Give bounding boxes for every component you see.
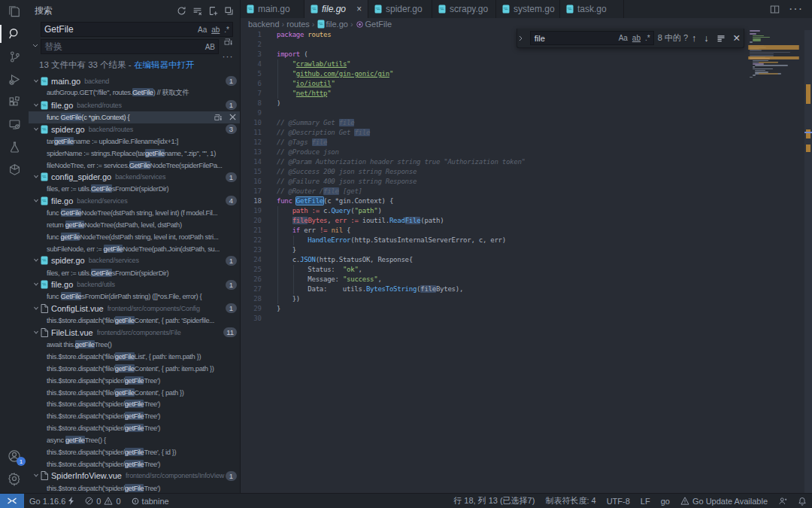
code-editor[interactable]: 1package routes23import (4 "crawlab/util… bbox=[241, 30, 812, 493]
clear-search-results-icon[interactable] bbox=[192, 6, 202, 16]
replace-input[interactable] bbox=[41, 41, 205, 52]
find-regex-toggle[interactable]: .* bbox=[644, 34, 651, 42]
run-debug-icon[interactable] bbox=[0, 68, 29, 90]
status-item[interactable]: Go Update Available bbox=[675, 497, 773, 506]
search-result-match[interactable]: await this.getFileTree() bbox=[29, 339, 240, 351]
search-result-match[interactable]: files, err := utils.GetFilesFromDir(spid… bbox=[29, 266, 240, 278]
breadcrumb-item[interactable]: backend bbox=[248, 20, 280, 29]
search-result-match[interactable]: return getFileNodeTree(dstPath, level, d… bbox=[29, 219, 240, 231]
search-result-file[interactable]: file.gobackend/services4 bbox=[29, 195, 240, 207]
search-result-match[interactable]: targetFilename := uploadFile.Filename[id… bbox=[29, 135, 240, 147]
search-result-file[interactable]: ConfigList.vuefrontend/src/components/Co… bbox=[29, 303, 240, 315]
search-result-match[interactable]: authGroup.GET("/file", routes.GetFile) /… bbox=[29, 87, 240, 99]
remote-indicator[interactable] bbox=[0, 494, 24, 508]
search-result-match[interactable]: this.$store.dispatch('spider/getFileTree… bbox=[29, 446, 240, 458]
search-result-match[interactable]: subFileNode, err := getFileNodeTree(path… bbox=[29, 242, 240, 254]
search-result-match[interactable]: this.$store.dispatch('file/getFileConten… bbox=[29, 315, 240, 327]
tab-file.go[interactable]: file.go× bbox=[304, 0, 368, 18]
search-result-match[interactable]: spiderName := strings.Replace(targetFile… bbox=[29, 147, 240, 159]
breadcrumb-item[interactable]: file.go bbox=[317, 20, 348, 29]
status-0[interactable]: 00 bbox=[80, 497, 126, 506]
tab-main.go[interactable]: main.go bbox=[241, 0, 304, 18]
search-result-file[interactable]: config_spider.gobackend/services1 bbox=[29, 171, 240, 183]
search-result-match[interactable]: this.$store.dispatch('spider/getFileTree… bbox=[29, 374, 240, 386]
search-result-match[interactable]: this.$store.dispatch('file/getFileConten… bbox=[29, 362, 240, 374]
search-result-match[interactable]: func getFileNodeTree(dstPath string, lev… bbox=[29, 231, 240, 243]
settings-gear-icon[interactable] bbox=[0, 467, 29, 490]
tab-task.go[interactable]: task.go bbox=[560, 0, 624, 18]
find-whole-word-toggle[interactable]: ab bbox=[632, 34, 641, 42]
whole-word-toggle[interactable]: ab bbox=[211, 26, 220, 34]
find-match-case-toggle[interactable]: Aa bbox=[618, 34, 629, 42]
find-previous-icon[interactable]: ↑ bbox=[692, 33, 696, 44]
search-result-file[interactable]: spider.gobackend/services1 bbox=[29, 254, 240, 266]
preserve-case-toggle[interactable]: AB bbox=[205, 43, 216, 51]
overview-ruler[interactable] bbox=[804, 30, 812, 493]
packages-icon[interactable] bbox=[0, 158, 29, 181]
find-next-icon[interactable]: ↓ bbox=[704, 33, 708, 44]
search-result-match[interactable]: this.$store.dispatch('file/getFileList',… bbox=[29, 350, 240, 362]
replace-all-button[interactable] bbox=[223, 37, 233, 47]
search-input-box[interactable]: Aa ab .* bbox=[41, 22, 233, 37]
status-go[interactable]: Go 1.16.6 bbox=[24, 497, 80, 506]
breadcrumb-item[interactable]: routes bbox=[286, 20, 310, 29]
search-result-match[interactable]: this.$store.dispatch('spider/getFileTree… bbox=[29, 458, 240, 470]
search-result-match[interactable]: fileNodeTree, err := services.GetFileNod… bbox=[29, 159, 240, 171]
open-in-editor-icon[interactable] bbox=[224, 6, 234, 16]
search-result-match[interactable]: this.$store.dispatch('spider/getFileTree… bbox=[29, 422, 240, 434]
search-result-match[interactable]: func GetFilesFromDir(dirPath string) ([]… bbox=[29, 291, 240, 303]
testing-icon[interactable] bbox=[0, 135, 29, 158]
status-item[interactable]: UTF-8 bbox=[601, 497, 635, 506]
search-result-file[interactable]: file.gobackend/utils1 bbox=[29, 278, 240, 291]
replace-icon[interactable] bbox=[214, 113, 223, 122]
search-result-match[interactable]: this.$store.dispatch('file/getFileConten… bbox=[29, 386, 240, 398]
search-result-match[interactable]: this.$store.dispatch('spider/getFileTree… bbox=[29, 410, 240, 422]
status-item[interactable]: LF bbox=[635, 497, 656, 506]
extensions-icon[interactable] bbox=[0, 90, 29, 113]
minimap[interactable] bbox=[748, 30, 801, 493]
status-item[interactable] bbox=[773, 497, 792, 506]
search-result-match[interactable]: this.$store.dispatch('spider/getFileTree… bbox=[29, 482, 240, 493]
explorer-icon[interactable] bbox=[0, 0, 29, 23]
status-item[interactable]: go bbox=[656, 497, 675, 506]
search-result-file[interactable]: spider.gobackend/routes3 bbox=[29, 123, 240, 135]
replace-input-box[interactable]: AB bbox=[41, 39, 219, 54]
search-result-file[interactable]: SpiderInfoView.vuefrontend/src/component… bbox=[29, 470, 240, 482]
find-query[interactable]: file bbox=[531, 34, 618, 43]
search-result-match[interactable]: func GetFileNodeTree(dstPath string, lev… bbox=[29, 207, 240, 219]
tab-system.go[interactable]: system.go bbox=[496, 0, 560, 18]
close-tab-icon[interactable]: × bbox=[356, 4, 362, 14]
search-result-match[interactable]: async getFileTree() { bbox=[29, 434, 240, 446]
source-control-icon[interactable] bbox=[0, 45, 29, 68]
split-editor-icon[interactable] bbox=[770, 5, 780, 14]
find-input-box[interactable]: file Aa ab .* bbox=[530, 31, 654, 45]
search-result-file[interactable]: file.gobackend/routes1 bbox=[29, 99, 240, 111]
remote-explorer-icon[interactable] bbox=[0, 113, 29, 135]
open-in-editor-link[interactable]: 在编辑器中打开 bbox=[134, 60, 195, 69]
find-in-selection-icon[interactable] bbox=[717, 34, 726, 43]
accounts-icon[interactable]: 1 bbox=[0, 445, 29, 467]
refresh-icon[interactable] bbox=[177, 6, 186, 16]
search-result-match[interactable]: func GetFile(c *gin.Context) { bbox=[29, 111, 240, 123]
open-new-search-editor-icon[interactable] bbox=[208, 6, 218, 16]
search-input[interactable] bbox=[41, 24, 197, 35]
find-toggle-replace-icon[interactable] bbox=[519, 35, 526, 41]
editor-more-actions-icon[interactable]: ··· bbox=[789, 2, 803, 16]
status-item[interactable]: 制表符长度: 4 bbox=[540, 495, 601, 506]
dismiss-icon[interactable] bbox=[229, 113, 237, 121]
search-icon[interactable] bbox=[0, 23, 29, 45]
toggle-replace-icon[interactable] bbox=[30, 22, 41, 62]
tab-spider.go[interactable]: spider.go bbox=[368, 0, 432, 18]
find-close-icon[interactable]: ✕ bbox=[733, 32, 741, 44]
status-item[interactable] bbox=[792, 497, 812, 506]
breadcrumb-item[interactable]: GetFile bbox=[356, 20, 392, 29]
search-result-match[interactable]: this.$store.dispatch('spider/getFileTree… bbox=[29, 398, 240, 410]
status-tabnine[interactable]: tabnine bbox=[126, 497, 174, 506]
search-result-file[interactable]: FileList.vuefrontend/src/components/File… bbox=[29, 327, 240, 339]
search-result-match[interactable]: files, err := utils.GetFilesFromDir(spid… bbox=[29, 183, 240, 195]
match-case-toggle[interactable]: Aa bbox=[197, 26, 208, 34]
tab-scrapy.go[interactable]: scrapy.go bbox=[432, 0, 496, 18]
search-result-file[interactable]: main.gobackend1 bbox=[29, 75, 240, 87]
status-item[interactable]: 行 18, 列 13 (已选择7) bbox=[448, 495, 540, 506]
regex-toggle[interactable]: .* bbox=[223, 26, 230, 34]
